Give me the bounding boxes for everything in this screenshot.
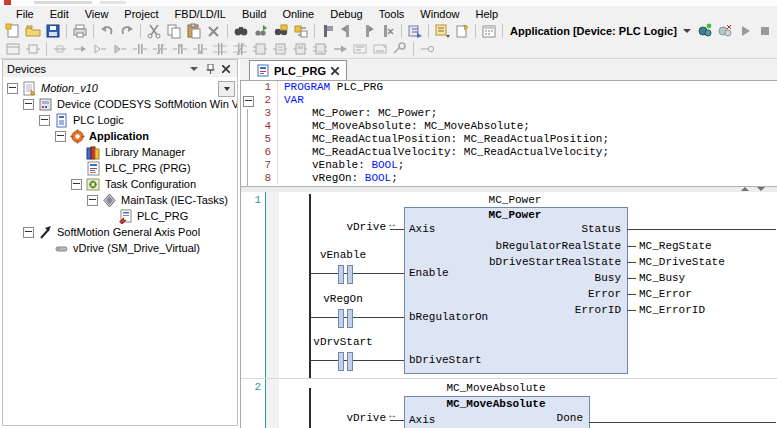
tree-item-project[interactable]: Motion_v10 (3, 80, 237, 96)
menu-edit[interactable]: Edit (42, 8, 77, 20)
menu-file[interactable]: File (8, 8, 42, 20)
menu-online[interactable]: Online (274, 8, 322, 20)
fb-output-pin-bdrivestartrealstate[interactable]: bDriveStartRealState (404, 256, 621, 269)
tree-item-task-configuration[interactable]: Task Configuration (3, 176, 237, 192)
active-application-selector[interactable]: Application [Device: PLC Logic] (510, 25, 691, 37)
parallel-contact-icon[interactable] (210, 41, 230, 58)
collapse-icon[interactable] (7, 83, 18, 94)
tree-item-plc-logic[interactable]: PLC Logic (3, 112, 237, 128)
save-icon[interactable] (43, 22, 63, 39)
tree-item-label[interactable]: Device (CODESYS SoftMotion Win V3 x64) (57, 98, 238, 110)
fb-instance-name[interactable]: MC_MoveAbsolute (404, 382, 588, 395)
bookmark-next-icon[interactable] (358, 22, 378, 39)
fb-instance-name[interactable]: MC_Power (404, 194, 626, 207)
find-icon[interactable] (231, 22, 251, 39)
falling-edge-contact-icon[interactable] (190, 41, 210, 58)
collapse-icon[interactable] (87, 195, 98, 206)
fb-output-pin-bregulatorrealstate[interactable]: bRegulatorRealState (404, 240, 621, 253)
jump-icon[interactable] (70, 41, 90, 58)
menu-debug[interactable]: Debug (322, 8, 370, 20)
code-line[interactable]: 6 MC_ReadActualVelocity: MC_ReadActualVe… (241, 146, 777, 159)
output-variable-mc-busy[interactable]: MC_Busy (639, 272, 685, 285)
tree-item-label[interactable]: PLC_PRG (137, 210, 188, 222)
input-variable-vdrive[interactable]: vDrive (331, 221, 386, 234)
bookmark-toggle-icon[interactable] (318, 22, 338, 39)
fbd-editor[interactable]: 1 MC_Power MC_Power Axis Enable bRegulat… (241, 192, 777, 428)
copy-icon[interactable] (164, 22, 184, 39)
code-line[interactable]: 2 VAR (241, 94, 777, 107)
fb-output-pin-done[interactable]: Done (404, 412, 583, 425)
calendar-icon[interactable] (479, 22, 499, 39)
collapse-icon[interactable] (39, 115, 50, 126)
input-variable-vdrive[interactable]: vDrive (331, 412, 386, 425)
tree-item-label[interactable]: vDrive (SM_Drive_Virtual) (73, 242, 200, 254)
declaration-editor[interactable]: 1 PROGRAM PLC_PRG 2 VAR 3 MC_Power: MC_P… (241, 81, 777, 186)
insert-box-icon[interactable] (23, 41, 43, 58)
logout-icon[interactable] (715, 22, 735, 39)
delete-icon[interactable] (204, 22, 224, 39)
menu-view[interactable]: View (77, 8, 117, 20)
contact-variable-vregon[interactable]: vRegOn (311, 293, 375, 306)
function-block-icon[interactable] (250, 41, 270, 58)
tree-item-maintask[interactable]: MainTask (IEC-Tasks) (3, 192, 237, 208)
contact-variable-venable[interactable]: vEnable (311, 249, 375, 262)
rising-edge-contact-icon[interactable] (170, 41, 190, 58)
panel-menu-icon[interactable] (187, 63, 201, 75)
stop-icon[interactable] (755, 22, 775, 39)
contact-variable-vdrvstart[interactable]: vDrvStart (311, 336, 375, 349)
collapse-icon[interactable] (23, 99, 34, 110)
find-next-icon[interactable] (271, 22, 291, 39)
menu-help[interactable]: Help (467, 8, 506, 20)
tree-item-label[interactable]: MainTask (IEC-Tasks) (121, 194, 228, 206)
fold-collapse-icon[interactable] (243, 96, 254, 107)
fb-output-pin-error[interactable]: Error (404, 288, 621, 301)
undo-icon[interactable] (97, 22, 117, 39)
contact-bar[interactable] (347, 309, 353, 328)
bookmark-clear-icon[interactable] (378, 22, 398, 39)
fb-output-pin-busy[interactable]: Busy (404, 272, 621, 285)
network-icon[interactable] (3, 41, 23, 58)
tree-item-application[interactable]: Application (3, 128, 237, 144)
code-line[interactable]: 5 MC_ReadActualPosition: MC_ReadActualPo… (241, 133, 777, 146)
tree-item-plc-prg[interactable]: PLC_PRG (PRG) (3, 160, 237, 176)
new-project-icon[interactable] (3, 22, 23, 39)
coil-icon[interactable] (350, 41, 370, 58)
output-variable-mc-regstate[interactable]: MC_RegState (639, 240, 712, 253)
contact-bar[interactable] (338, 265, 344, 284)
print-icon[interactable] (70, 22, 90, 39)
function-block-3-icon[interactable] (290, 41, 310, 58)
cut-icon[interactable] (144, 22, 164, 39)
network-number[interactable]: 2 (241, 381, 261, 394)
incremental-search-icon[interactable] (251, 22, 271, 39)
tab-close-icon[interactable] (331, 65, 339, 77)
splitter-up-icon[interactable] (741, 187, 749, 191)
fb-output-pin-status[interactable]: Status (404, 223, 621, 236)
contact-icon[interactable] (130, 41, 150, 58)
function-block-4-icon[interactable] (310, 41, 330, 58)
reset-coil-icon[interactable] (370, 41, 390, 58)
negated-contact-icon[interactable] (150, 41, 170, 58)
tree-item-plc-prg-call[interactable]: PLC_PRG (3, 208, 237, 224)
new-item-icon[interactable] (452, 22, 472, 39)
pin-icon[interactable] (203, 63, 217, 75)
paste-icon[interactable] (184, 22, 204, 39)
tree-item-label[interactable]: Application (89, 130, 149, 142)
output-variable-mc-errorid[interactable]: MC_ErrorID (639, 304, 705, 317)
code-line[interactable]: 3 MC_Power: MC_Power; (241, 107, 777, 120)
tree-root-dropdown[interactable] (218, 81, 235, 97)
close-icon[interactable] (219, 63, 233, 75)
menu-window[interactable]: Window (412, 8, 467, 20)
tree-item-label[interactable]: SoftMotion General Axis Pool (57, 226, 200, 238)
network-number[interactable]: 1 (241, 194, 261, 207)
menu-tools[interactable]: Tools (371, 8, 413, 20)
output-variable-mc-error[interactable]: MC_Error (639, 288, 692, 301)
tree-item-vdrive[interactable]: vDrive (SM_Drive_Virtual) (3, 240, 237, 256)
redo-icon[interactable] (117, 22, 137, 39)
login-icon[interactable] (695, 22, 715, 39)
tab-plc-prg[interactable]: PLC_PRG (249, 60, 347, 81)
tree-item-label[interactable]: Task Configuration (105, 178, 196, 190)
input-icon[interactable] (110, 41, 130, 58)
tree-item-label[interactable]: PLC Logic (73, 114, 124, 126)
menu-build[interactable]: Build (234, 8, 274, 20)
code-line[interactable]: 8 vRegOn: BOOL; (241, 172, 777, 185)
